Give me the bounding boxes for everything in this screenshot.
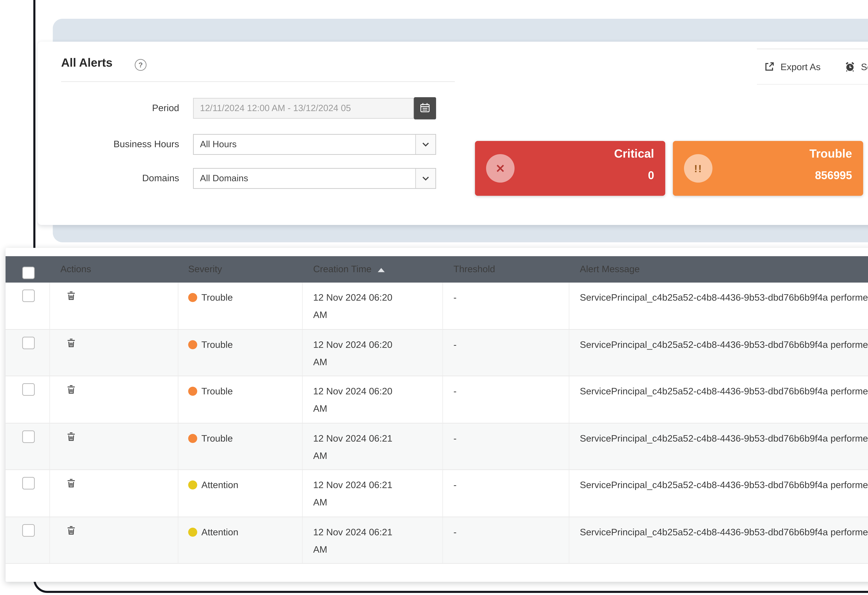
alert-message: ServicePrincipal_c4b25a52-c4b8-4436-9b53…: [580, 476, 868, 494]
delete-button[interactable]: [66, 337, 77, 350]
severity-label: Trouble: [201, 339, 233, 350]
sort-ascending-icon: [378, 268, 385, 272]
delete-button[interactable]: [66, 384, 77, 397]
export-icon: [764, 61, 775, 72]
delete-button[interactable]: [66, 290, 77, 303]
toolbar: Export As Schedule Profiles: [757, 49, 868, 85]
period-input[interactable]: 12/11/2024 12:00 AM - 13/12/2024 05: [193, 98, 414, 119]
delete-button[interactable]: [66, 431, 77, 444]
header-severity[interactable]: Severity: [179, 256, 303, 283]
creation-time: 12 Nov 2024 06:21 AM: [313, 476, 402, 511]
critical-x-icon: [486, 154, 515, 183]
creation-time: 12 Nov 2024 06:21 AM: [313, 430, 402, 464]
row-checkbox[interactable]: [22, 477, 35, 489]
help-icon[interactable]: ?: [135, 59, 146, 71]
alarm-clock-icon: [844, 61, 855, 72]
creation-time: 12 Nov 2024 06:20 AM: [313, 289, 402, 323]
business-hours-value: All Hours: [200, 139, 237, 149]
summary-cards: Critical 0 !! Trouble 856995 ! Attention…: [475, 141, 868, 196]
table-row: Trouble 12 Nov 2024 06:21 AM - ServicePr…: [6, 423, 868, 470]
table-row: Attention 12 Nov 2024 06:21 AM - Service…: [6, 470, 868, 517]
delete-button[interactable]: [66, 478, 77, 491]
export-as-label: Export As: [781, 62, 821, 72]
table-body: Trouble 12 Nov 2024 06:20 AM - ServicePr…: [6, 283, 868, 564]
alerts-table-card: Actions Severity Creation Time Threshold…: [6, 248, 868, 582]
alert-message: ServicePrincipal_c4b25a52-c4b8-4436-9b53…: [580, 430, 868, 447]
alerts-filter-card: All Alerts ? Export As: [37, 42, 868, 225]
table-header-row: Actions Severity Creation Time Threshold…: [6, 256, 868, 283]
critical-count: 0: [648, 170, 654, 182]
business-hours-select[interactable]: All Hours: [193, 134, 436, 155]
table-row: Attention 12 Nov 2024 06:21 AM - Service…: [6, 517, 868, 564]
severity-dot: [188, 527, 197, 536]
calendar-button[interactable]: [414, 97, 436, 120]
domains-label: Domains: [37, 173, 179, 183]
creation-time: 12 Nov 2024 06:20 AM: [313, 336, 402, 371]
domains-select[interactable]: All Domains: [193, 168, 436, 189]
creation-time: 12 Nov 2024 06:21 AM: [313, 523, 402, 558]
table-row: Trouble 12 Nov 2024 06:20 AM - ServicePr…: [6, 376, 868, 423]
severity-dot: [188, 434, 197, 443]
severity-dot: [188, 480, 197, 489]
table-row: Trouble 12 Nov 2024 06:20 AM - ServicePr…: [6, 329, 868, 376]
trouble-count: 856995: [815, 170, 852, 182]
trouble-summary-card[interactable]: !! Trouble 856995: [673, 141, 863, 196]
alert-message: ServicePrincipal_c4b25a52-c4b8-4436-9b53…: [580, 382, 868, 400]
domains-value: All Domains: [200, 173, 248, 183]
severity-label: Trouble: [201, 386, 233, 396]
creation-time: 12 Nov 2024 06:20 AM: [313, 382, 402, 417]
threshold-value: -: [453, 339, 456, 350]
severity-label: Trouble: [201, 292, 233, 303]
chevron-down-icon: [415, 169, 435, 188]
severity-dot: [188, 340, 197, 349]
double-exclamation-icon: !!: [684, 154, 713, 183]
select-all-cell: [6, 260, 50, 279]
threshold-value: -: [453, 527, 456, 537]
delete-button[interactable]: [66, 524, 77, 538]
severity-dot: [188, 387, 197, 396]
alert-message: ServicePrincipal_c4b25a52-c4b8-4436-9b53…: [580, 336, 868, 353]
table-row: Trouble 12 Nov 2024 06:20 AM - ServicePr…: [6, 283, 868, 329]
period-label: Period: [37, 103, 179, 113]
alert-message: ServicePrincipal_c4b25a52-c4b8-4436-9b53…: [580, 289, 868, 306]
threshold-value: -: [453, 480, 456, 490]
select-all-checkbox[interactable]: [22, 267, 35, 279]
threshold-value: -: [453, 433, 456, 443]
severity-label: Attention: [201, 480, 238, 490]
critical-summary-card[interactable]: Critical 0: [475, 141, 665, 196]
header-actions[interactable]: Actions: [50, 256, 179, 283]
header-creation-time[interactable]: Creation Time: [303, 256, 443, 283]
header-alert-message[interactable]: Alert Message: [570, 256, 868, 283]
critical-label: Critical: [614, 147, 654, 161]
page-title: All Alerts: [61, 56, 112, 70]
severity-label: Trouble: [201, 433, 233, 443]
schedule-profiles-button[interactable]: Schedule Profiles: [844, 61, 868, 72]
severity-dot: [188, 293, 197, 302]
header-threshold[interactable]: Threshold: [443, 256, 570, 283]
alert-message: ServicePrincipal_c4b25a52-c4b8-4436-9b53…: [580, 523, 868, 540]
threshold-value: -: [453, 386, 456, 396]
schedule-profiles-label: Schedule Profiles: [861, 62, 868, 72]
business-hours-label: Business Hours: [37, 139, 179, 149]
row-checkbox[interactable]: [22, 289, 35, 302]
chevron-down-icon: [415, 135, 435, 154]
export-as-button[interactable]: Export As: [764, 61, 821, 72]
row-checkbox[interactable]: [22, 383, 35, 396]
row-checkbox[interactable]: [22, 524, 35, 536]
trouble-label: Trouble: [809, 147, 852, 161]
title-divider: [61, 81, 455, 82]
row-checkbox[interactable]: [22, 430, 35, 443]
calendar-icon: [419, 101, 431, 115]
alerts-dashboard: All Alerts ? Export As: [0, 0, 868, 595]
severity-label: Attention: [201, 527, 238, 537]
row-checkbox[interactable]: [22, 337, 35, 349]
threshold-value: -: [453, 292, 456, 303]
